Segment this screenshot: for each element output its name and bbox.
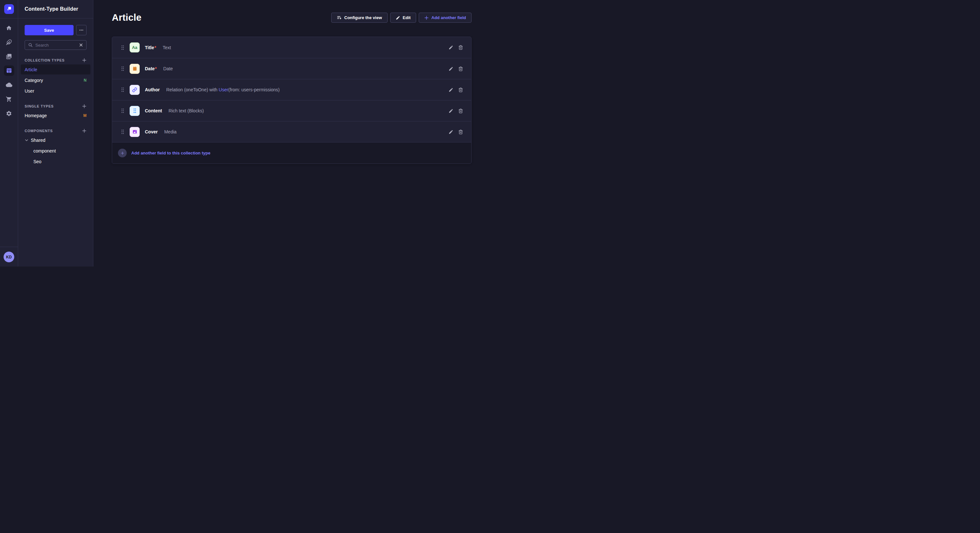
plugin-sidebar: Content-Type Builder Save Colle bbox=[18, 0, 93, 266]
trash-icon bbox=[458, 108, 463, 113]
add-field-link[interactable]: Add another field to this collection typ… bbox=[131, 151, 210, 155]
relation-field-icon bbox=[130, 85, 140, 95]
add-component-button[interactable] bbox=[82, 128, 86, 133]
delete-field-button[interactable] bbox=[458, 130, 463, 134]
add-field-footer[interactable]: Add another field to this collection typ… bbox=[112, 142, 471, 163]
cloud-icon bbox=[6, 82, 12, 88]
edit-field-button[interactable] bbox=[449, 87, 453, 92]
row-actions bbox=[449, 67, 463, 71]
home-icon bbox=[6, 25, 12, 31]
section-single-types: Single Types Homepage M bbox=[25, 104, 86, 121]
field-type: Text bbox=[163, 45, 171, 50]
layout-icon bbox=[6, 67, 12, 74]
delete-field-button[interactable] bbox=[458, 108, 463, 113]
component-item-seo[interactable]: Seo bbox=[25, 156, 86, 167]
strapi-logo[interactable] bbox=[4, 4, 14, 14]
nav-cloud[interactable] bbox=[4, 80, 14, 90]
plus-icon bbox=[82, 58, 86, 62]
edit-field-button[interactable] bbox=[449, 108, 453, 113]
nav-home[interactable] bbox=[4, 23, 14, 33]
rail-icon-list bbox=[4, 19, 14, 119]
delete-field-button[interactable] bbox=[458, 87, 463, 92]
plus-icon bbox=[82, 128, 86, 133]
row-actions bbox=[449, 87, 463, 92]
main-content: Article Configure the view Edit Add an bbox=[93, 0, 490, 266]
required-mark: * bbox=[155, 66, 156, 71]
field-type: Media bbox=[164, 129, 177, 134]
blocks-field-icon bbox=[130, 106, 140, 116]
sidebar-item-article[interactable]: Article bbox=[21, 65, 91, 75]
search-input[interactable] bbox=[35, 43, 76, 48]
section-head: Collection Types bbox=[25, 58, 86, 64]
item-label: Homepage bbox=[25, 113, 47, 118]
drag-handle-icon[interactable] bbox=[121, 108, 124, 113]
field-row-cover: Cover Media bbox=[112, 121, 471, 142]
nav-settings[interactable] bbox=[4, 108, 14, 119]
field-name: Author bbox=[145, 87, 160, 92]
edit-button[interactable]: Edit bbox=[390, 13, 417, 23]
section-label: Single Types bbox=[25, 104, 54, 108]
strapi-logo-icon bbox=[5, 5, 13, 13]
trash-icon bbox=[458, 45, 463, 50]
pictures-icon bbox=[6, 54, 12, 60]
sidebar-item-category[interactable]: Category N bbox=[21, 75, 91, 85]
delete-field-button[interactable] bbox=[458, 45, 463, 50]
status-badge: M bbox=[83, 113, 86, 118]
field-name: Title* bbox=[145, 45, 156, 50]
save-row: Save bbox=[25, 25, 86, 35]
rail-header bbox=[0, 0, 18, 19]
edit-field-button[interactable] bbox=[449, 45, 453, 50]
cart-icon bbox=[6, 96, 12, 102]
field-row-title: Aa Title* Text bbox=[112, 37, 471, 58]
drag-handle-icon[interactable] bbox=[121, 45, 124, 50]
edit-field-button[interactable] bbox=[449, 67, 453, 71]
relation-target-link[interactable]: User bbox=[219, 87, 229, 92]
gear-icon bbox=[6, 110, 12, 117]
rail-footer: KD bbox=[0, 247, 18, 266]
clear-search-button[interactable] bbox=[79, 43, 83, 47]
component-item-component[interactable]: component bbox=[25, 146, 86, 156]
item-label: Article bbox=[25, 67, 37, 72]
drag-handle-icon[interactable] bbox=[121, 66, 124, 71]
configure-view-button[interactable]: Configure the view bbox=[331, 13, 387, 23]
chevron-down-icon bbox=[25, 138, 29, 142]
edit-field-button[interactable] bbox=[449, 130, 453, 134]
delete-field-button[interactable] bbox=[458, 67, 463, 71]
section-label: Components bbox=[25, 129, 53, 133]
item-label: Category bbox=[25, 78, 43, 83]
component-group-shared[interactable]: Shared bbox=[25, 135, 86, 145]
add-collection-type-button[interactable] bbox=[82, 58, 86, 62]
user-avatar[interactable]: KD bbox=[3, 252, 14, 262]
nav-marketplace[interactable] bbox=[4, 94, 14, 104]
group-label: Shared bbox=[31, 138, 45, 143]
header-actions: Configure the view Edit Add another fiel… bbox=[331, 13, 471, 23]
drag-handle-icon[interactable] bbox=[121, 87, 124, 92]
sidebar-body: Save Collection Types bbox=[18, 19, 93, 167]
item-label: Seo bbox=[33, 159, 41, 164]
field-type: Rich text (Blocks) bbox=[169, 108, 204, 113]
add-single-type-button[interactable] bbox=[82, 104, 86, 108]
search-box bbox=[25, 40, 86, 50]
field-row-author: Author Relation (oneToOne) with User(fro… bbox=[112, 79, 471, 100]
fields-table: Aa Title* Text Date* Date bbox=[112, 36, 471, 164]
nav-media-library[interactable] bbox=[4, 51, 14, 62]
ellipsis-icon bbox=[79, 28, 84, 32]
save-button[interactable]: Save bbox=[25, 25, 73, 35]
more-options-button[interactable] bbox=[76, 25, 86, 35]
trash-icon bbox=[458, 67, 463, 71]
search-icon bbox=[28, 43, 33, 47]
add-another-field-button[interactable]: Add another field bbox=[419, 13, 471, 23]
status-badge: N bbox=[84, 78, 86, 82]
pencil-icon bbox=[449, 108, 453, 113]
required-mark: * bbox=[154, 45, 156, 50]
trash-icon bbox=[458, 87, 463, 92]
nav-content-manager[interactable] bbox=[4, 37, 14, 47]
sidebar-item-homepage[interactable]: Homepage M bbox=[21, 110, 91, 121]
configure-list-icon bbox=[337, 15, 342, 20]
main-nav-rail: KD bbox=[0, 0, 18, 266]
media-field-icon bbox=[130, 127, 140, 137]
drag-handle-icon[interactable] bbox=[121, 129, 124, 134]
sidebar-item-user[interactable]: User bbox=[21, 86, 91, 96]
nav-content-type-builder[interactable] bbox=[4, 65, 14, 76]
page-title: Article bbox=[112, 12, 142, 23]
